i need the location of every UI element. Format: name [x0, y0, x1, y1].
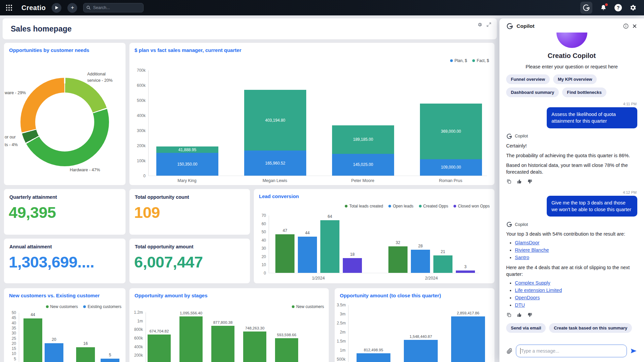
plot-area: 674,704.821,095,556.40877,800.38748,263.… [146, 312, 325, 362]
notifications-button[interactable] [600, 4, 607, 11]
help-button[interactable]: ? [614, 4, 622, 11]
bar-value-label: 748,263.30 [245, 326, 265, 330]
bar [298, 237, 317, 273]
action-chip[interactable]: Send via email [506, 323, 546, 333]
kpi-value: 49,395 [9, 203, 56, 222]
bar-value-label: 32 [396, 240, 400, 245]
bot-message-text: Based on historical data, your team will… [506, 162, 637, 175]
bar-value-label: 18 [350, 252, 355, 257]
copilot-toggle-button[interactable] [580, 2, 592, 14]
close-icon[interactable] [632, 23, 637, 29]
thumbs-up-icon[interactable] [517, 179, 522, 186]
list-item: Santro [515, 254, 637, 261]
legend-label: Plan, $ [454, 58, 467, 63]
creatio-logo: Creatio [21, 4, 46, 12]
bar-column: 47 [275, 228, 294, 273]
suggestion-chip[interactable]: My KPI overview [553, 74, 597, 84]
bar-column: 16 [76, 341, 95, 362]
y-axis-tick: 3.5m [337, 303, 345, 307]
panel-opportunity-amount-by-stages: Opportunity amount by stages 1.2m1m800k6… [129, 288, 329, 362]
bar-column: 2,859,417.86 [451, 311, 485, 362]
thumbs-down-icon[interactable] [527, 179, 533, 186]
deal-link[interactable]: Santro [515, 255, 529, 260]
global-search[interactable] [83, 3, 144, 12]
y-axis-tick: 500k [131, 98, 146, 103]
legend-entry: Existing customers [83, 304, 121, 309]
grouped-bar-chart: 706050403020100Total leads createdOpen l… [254, 189, 494, 283]
copy-icon[interactable] [506, 179, 512, 186]
bar-value-label: 1,095,556.40 [180, 311, 202, 315]
x-axis-labels: 1/20242/2024 [275, 276, 475, 281]
bar-value-label: 28 [418, 244, 423, 248]
legend-label: New customers [50, 304, 78, 309]
message-input[interactable]: Type a message... [516, 345, 627, 357]
bar [357, 353, 390, 362]
deal-link[interactable]: DTU [515, 302, 525, 308]
y-axis-tick: 40 [6, 321, 16, 325]
suggestion-chip[interactable]: Dashboard summary [506, 87, 559, 97]
search-input[interactable] [93, 5, 137, 10]
legend-entry: New customers [292, 304, 324, 309]
deal-link[interactable]: GlamsDoor [515, 240, 539, 245]
plot-area: 41,888.95150,350.00403,194.80165,960.521… [148, 70, 487, 176]
expand-icon[interactable] [486, 22, 491, 27]
deal-link[interactable]: Riviere Blanche [515, 247, 549, 253]
copilot-panel: Copilot Creatio Copilot Please enter you… [499, 18, 644, 362]
y-axis-tick: 50 [6, 310, 16, 315]
legend-dot [292, 305, 294, 308]
panel-lead-conversion: Lead conversion 706050403020100Total lea… [254, 189, 494, 283]
plot-area: 4420165 [19, 313, 122, 362]
panel-opportunity-amount-to-close: Opportunity amount (to close this quarte… [335, 288, 494, 362]
bar [411, 250, 430, 273]
bar-column: 18 [343, 252, 362, 273]
send-button[interactable] [630, 347, 637, 355]
action-chip[interactable]: Create task based on this summary [549, 323, 632, 333]
bar-value-label: 20 [52, 337, 56, 342]
bar-value-label: 64 [328, 214, 332, 219]
copilot-swoosh-icon [506, 221, 513, 228]
y-axis-tick: 5 [6, 357, 16, 361]
y-axis-tick: 2m [337, 330, 345, 335]
y-axis-tick: 400k [131, 113, 146, 118]
bar-group: 47446418 [275, 214, 362, 273]
info-icon[interactable] [623, 23, 629, 29]
y-axis-tick: 10 [256, 262, 266, 267]
message-actions [506, 179, 637, 186]
y-axis-tick: 400k [131, 345, 143, 349]
thumbs-up-icon[interactable] [517, 312, 522, 319]
legend-dot [453, 205, 456, 207]
x-axis-label: Peter Moore [332, 178, 394, 183]
panel-annual-attainment: Annual attainment 1,303,699.... [4, 239, 125, 283]
legend-label: Fact, $ [477, 58, 489, 63]
app-launcher-icon[interactable] [4, 3, 14, 13]
panel-total-opportunity-count: Total opportunity count 109 [129, 189, 250, 235]
run-process-button[interactable] [52, 3, 61, 13]
y-axis-tick: 0 [256, 271, 266, 276]
chart-legend: New customersExisting customers [46, 304, 121, 309]
deal-link[interactable]: Life extension Limited [515, 288, 562, 293]
y-axis-tick: 600k [131, 83, 146, 88]
user-message-bubble: Assess the likelihood of quota attainmen… [547, 107, 637, 128]
attachment-icon[interactable] [506, 348, 513, 354]
bot-message-header: Copilot [506, 133, 637, 139]
copilot-input-row: Type a message... [506, 341, 637, 357]
add-new-button[interactable]: + [67, 3, 77, 13]
deal-link[interactable]: Complex Supply [515, 280, 550, 286]
dashboard-settings-gear-icon[interactable] [477, 22, 482, 27]
suggestion-chip[interactable]: Funnel overview [506, 74, 550, 84]
bar [451, 316, 485, 362]
kpi-label: Quarterly attainment [9, 194, 57, 200]
bot-label: Copilot [515, 134, 528, 138]
bar [433, 255, 452, 273]
thumbs-down-icon[interactable] [527, 312, 533, 319]
y-axis-tick: 15 [6, 346, 16, 351]
settings-button[interactable] [629, 4, 637, 11]
copy-icon[interactable] [506, 312, 512, 319]
deal-link[interactable]: OpenDoors [515, 295, 540, 300]
bar [76, 347, 95, 362]
legend-entry: Fact, $ [472, 58, 489, 63]
suggestion-chip[interactable]: Find bottlenecks [562, 87, 606, 97]
y-axis-tick: 200k [131, 353, 143, 358]
y-axis-tick: 20 [256, 254, 266, 259]
legend-label: Existing customers [88, 304, 121, 309]
